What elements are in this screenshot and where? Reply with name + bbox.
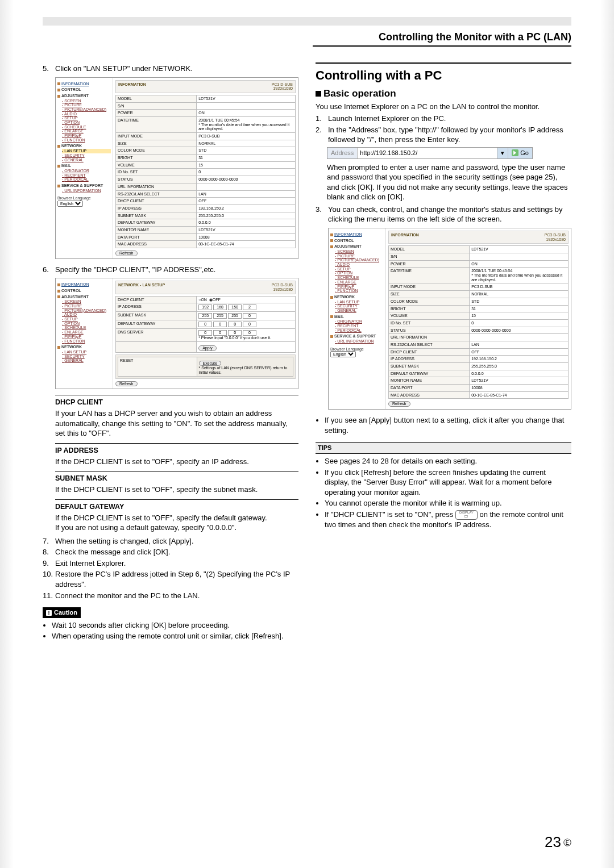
tips-heading: TIPS — [316, 442, 571, 454]
address-bar: Address http://192.168.150.2/ ▾ Go — [327, 147, 533, 159]
tips-list: See pages 24 to 28 for details on each s… — [316, 456, 571, 530]
caution-list: Wait 10 seconds after clicking [OK] befo… — [43, 620, 298, 641]
section-header: Controlling the Monitor with a PC (LAN) — [313, 31, 571, 47]
information-table: MODELLDT521V S/N POWERON DATE/TIME2008/1… — [388, 245, 569, 399]
controlling-with-pc-heading: Controlling with a PC — [316, 62, 571, 84]
right-column: Controlling with a PC Basic operation Yo… — [316, 62, 571, 642]
apply-button[interactable]: Apply — [198, 345, 217, 351]
step-5-text: Click on "LAN SETUP" under NETWORK. — [55, 64, 298, 74]
display-remote-button-icon: DISPLAY▭ — [455, 510, 478, 520]
lan-setup-table: DHCP CLIENT ○ON ◉OFF IP ADDRESS 192 168 … — [115, 296, 296, 353]
screenshot-lan-setup: INFORMATION CONTROL ADJUSTMENT - SCREEN … — [55, 278, 298, 389]
screenshot-information-lansetup: INFORMATION CONTROL ADJUSTMENT - SCREEN … — [55, 77, 298, 259]
intro-text: You use Internet Explorer on a PC on the… — [316, 102, 571, 112]
left-column: 5.Click on "LAN SETUP" under NETWORK. IN… — [43, 62, 298, 642]
information-table: MODELLDT521V S/N POWERON DATE/TIME2008/1… — [115, 95, 296, 248]
address-input[interactable]: http://192.168.150.2/ — [358, 148, 497, 158]
subnet-mask-heading: SUBNET MASK — [55, 471, 298, 483]
section-header-title: Controlling the Monitor with a PC (LAN) — [379, 31, 571, 43]
default-gateway-body: If the DHCP CLIENT is set to "OFF", spec… — [55, 513, 298, 533]
lang-select[interactable]: English — [57, 201, 83, 207]
dhcp-client-body: If your LAN has a DHCP server and you wi… — [55, 408, 298, 439]
screenshot-information: INFORMATION CONTROL ADJUSTMENT - SCREEN … — [328, 228, 571, 410]
refresh-button[interactable]: Refresh — [388, 401, 410, 407]
refresh-button[interactable]: Refresh — [115, 381, 138, 387]
lang-select[interactable]: English — [330, 351, 356, 357]
address-label: Address — [327, 148, 358, 158]
warning-icon: ! — [46, 610, 52, 616]
subnet-mask-body: If the DHCP CLIENT is set to "OFF", spec… — [55, 485, 298, 495]
dhcp-client-heading: DHCP CLIENT — [55, 395, 298, 407]
page-number: 23Ⓔ — [545, 833, 571, 851]
ip-address-heading: IP ADDRESS — [55, 443, 298, 456]
address-dropdown-icon[interactable]: ▾ — [497, 148, 508, 158]
apply-note: If you see an [Apply] button next to a s… — [325, 415, 571, 435]
go-arrow-icon — [512, 149, 518, 156]
step-6-text: Specify the "DHCP CLIENT", "IP ADDRESS",… — [55, 265, 298, 275]
go-button[interactable]: Go — [508, 148, 532, 158]
step-2-note: When prompted to enter a user name and p… — [327, 162, 571, 202]
page-header-stripe — [43, 17, 571, 26]
square-bullet-icon — [316, 91, 321, 97]
caution-label: ! Caution — [43, 607, 81, 618]
sidebar-item-lan-setup-selected[interactable]: - LAN SETUP — [62, 149, 111, 153]
ip-address-body: If the DHCP CLIENT is set to "OFF", spec… — [55, 457, 298, 467]
execute-button[interactable]: Execute — [199, 361, 221, 366]
refresh-button[interactable]: Refresh — [115, 251, 138, 256]
basic-operation-heading: Basic operation — [316, 87, 571, 101]
default-gateway-heading: DEFAULT GATEWAY — [55, 499, 298, 512]
